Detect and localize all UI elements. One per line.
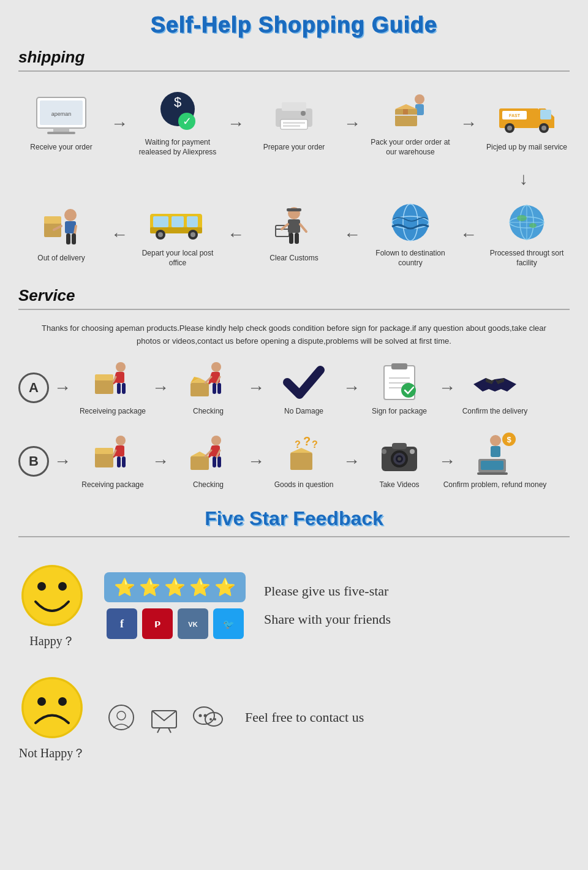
- refund-person-icon: $: [470, 434, 519, 477]
- star-4: ⭐: [189, 577, 211, 597]
- shipping-row1: apeman Receive your order → $ ✓ Waiting …: [18, 84, 570, 163]
- svg-text:𝗣: 𝗣: [154, 619, 160, 629]
- payment-icon: $ ✓: [150, 90, 205, 133]
- svg-text:$: $: [507, 435, 511, 444]
- svg-rect-126: [477, 472, 508, 475]
- svg-text:?: ?: [312, 439, 318, 450]
- arrow-b0: →: [54, 452, 71, 471]
- feedback-not-happy-row: Not Happy？: [18, 662, 570, 774]
- twitter-button[interactable]: 🐦: [213, 608, 244, 639]
- not-happy-label: Not Happy？: [19, 745, 85, 762]
- service-label-b4: Take Videos: [379, 480, 419, 489]
- arrow-r1: ←: [111, 225, 128, 244]
- facebook-button[interactable]: f: [107, 608, 137, 639]
- email-icon: [149, 702, 179, 733]
- svg-rect-51: [287, 208, 301, 211]
- service-item-b4: Take Videos: [363, 434, 436, 489]
- svg-rect-4: [47, 132, 75, 134]
- svg-rect-113: [392, 443, 407, 449]
- delivery-person-icon: [34, 206, 89, 249]
- svg-rect-41: [187, 216, 198, 227]
- svg-line-53: [300, 224, 306, 232]
- arrow-r2: ←: [227, 225, 244, 244]
- five-star-title: Five Star Feedback: [18, 507, 570, 530]
- arrow-1: →: [111, 114, 128, 134]
- svg-text:FAST: FAST: [509, 113, 521, 118]
- svg-marker-18: [395, 104, 417, 109]
- flow-item-prepare: Prepare your order: [251, 95, 337, 153]
- flow-label-pack: Pack your order order at our warehouse: [368, 138, 453, 157]
- svg-point-140: [117, 711, 126, 720]
- service-title: Service: [18, 286, 570, 305]
- arrow-a1: →: [152, 378, 169, 398]
- flow-label-receive: Receive your order: [30, 143, 92, 153]
- message-icon: [106, 702, 137, 733]
- service-item-b3: ? ? ? Goods in question: [267, 434, 341, 489]
- arrow-b4: →: [439, 452, 456, 471]
- svg-point-118: [410, 449, 415, 454]
- shipping-title: shipping: [18, 48, 570, 67]
- svg-rect-23: [540, 110, 551, 119]
- share-phrase: Share with your friends: [264, 611, 570, 627]
- pinterest-button[interactable]: 𝗣: [142, 608, 173, 639]
- svg-point-98: [211, 436, 221, 445]
- camera-icon: [375, 434, 424, 477]
- contact-icons: [104, 702, 227, 733]
- svg-rect-12: [283, 122, 305, 124]
- svg-point-56: [392, 204, 429, 241]
- svg-rect-97: [122, 456, 126, 467]
- flow-item-pack: Pack your order order at our warehouse: [368, 90, 453, 157]
- vk-button[interactable]: VK: [178, 608, 208, 639]
- svg-point-65: [529, 223, 537, 228]
- svg-point-148: [209, 718, 212, 721]
- svg-line-142: [157, 728, 160, 733]
- contact-text: Feel free to contact us: [245, 709, 570, 725]
- star-5: ⭐: [214, 577, 236, 597]
- svg-rect-125: [481, 461, 503, 470]
- happy-label: Happy？: [29, 633, 74, 649]
- arrow-a2: →: [247, 378, 265, 398]
- flow-label-prepare: Prepare your order: [263, 143, 325, 153]
- box-pack-icon: [383, 90, 438, 133]
- feedback-text: Please give us five-star Share with your…: [264, 583, 570, 627]
- svg-rect-36: [66, 233, 70, 244]
- arrow-4: →: [460, 114, 477, 134]
- flow-item-sort: Processed througt sort facility: [484, 201, 570, 268]
- svg-text:$: $: [174, 94, 181, 110]
- svg-point-32: [64, 209, 77, 221]
- star-2: ⭐: [139, 577, 160, 597]
- svg-line-35: [75, 226, 76, 233]
- svg-rect-10: [282, 102, 306, 111]
- feedback-middle: ⭐ ⭐ ⭐ ⭐ ⭐ f 𝗣 VK 🐦: [104, 572, 246, 639]
- flow-label-customs: Clear Customs: [270, 254, 318, 263]
- hero-box-b-icon: [88, 434, 137, 477]
- service-label-b3: Goods in question: [274, 480, 334, 489]
- svg-rect-82: [213, 383, 216, 394]
- arrow-a4: →: [439, 378, 456, 398]
- service-item-a3: No Damage: [267, 360, 341, 415]
- svg-rect-39: [153, 216, 168, 227]
- flow-label-sort: Processed througt sort facility: [484, 249, 570, 268]
- arrow-a0: →: [54, 378, 71, 398]
- svg-rect-105: [213, 456, 216, 467]
- svg-text:?: ?: [295, 439, 301, 450]
- svg-rect-106: [217, 456, 221, 467]
- arrow-r3: ←: [344, 225, 361, 244]
- service-row-b: B → Receiving package: [18, 434, 570, 489]
- globe-water-icon: [383, 201, 438, 244]
- social-row[interactable]: f 𝗣 VK 🐦: [107, 608, 244, 639]
- svg-rect-11: [281, 119, 307, 129]
- svg-rect-85: [391, 363, 407, 369]
- stars-row: ⭐ ⭐ ⭐ ⭐ ⭐: [104, 572, 246, 602]
- circle-b: B: [18, 446, 49, 477]
- arrow-b3: →: [343, 452, 360, 471]
- not-happy-smiley-wrap: Not Happy？: [18, 674, 86, 762]
- contact-phrase: Feel free to contact us: [245, 709, 570, 725]
- service-item-b2: Checking: [172, 434, 245, 489]
- svg-rect-77: [190, 383, 209, 396]
- flow-label-payment: Waiting for payment realeased by Aliexpr…: [135, 138, 221, 157]
- globe-sort-icon: [499, 201, 554, 244]
- flow-item-customs: Clear Customs: [251, 206, 337, 263]
- wechat-icon: [192, 702, 225, 733]
- star-3: ⭐: [164, 577, 186, 597]
